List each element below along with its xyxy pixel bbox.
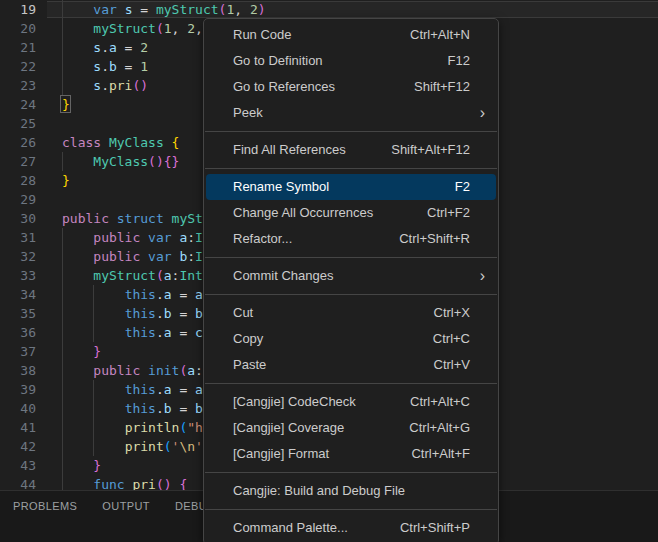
- menu-separator: [205, 383, 497, 384]
- line-number: 19: [0, 0, 36, 19]
- code-token: s: [93, 59, 101, 74]
- code-token: (: [164, 439, 172, 454]
- menu-separator: [205, 294, 497, 295]
- line-number: 35: [0, 304, 36, 323]
- code-text[interactable]: this.b = b: [62, 399, 203, 418]
- menu-item-label: Cangjie: Build and Debug File: [233, 478, 405, 504]
- line-number: 21: [0, 38, 36, 57]
- menu-item-shortcut: Ctrl+X: [434, 300, 470, 326]
- line-number: 40: [0, 399, 36, 418]
- menu-item-cut[interactable]: CutCtrl+X: [206, 300, 496, 326]
- line-number: 34: [0, 285, 36, 304]
- menu-item-shortcut: Ctrl+Alt+N: [410, 22, 470, 48]
- code-text[interactable]: }: [62, 456, 101, 475]
- line-number: 38: [0, 361, 36, 380]
- code-token: myStruct: [156, 2, 219, 17]
- code-text[interactable]: }: [62, 171, 70, 190]
- code-text[interactable]: s.a = 2: [62, 38, 148, 57]
- code-token: 2: [187, 21, 195, 36]
- code-token: [62, 458, 93, 473]
- code-text[interactable]: func pri() {: [62, 475, 187, 490]
- menu-item-label: Refactor...: [233, 226, 292, 252]
- code-text[interactable]: println("h: [62, 418, 203, 437]
- code-token: [62, 268, 93, 283]
- menu-item-go-to-references[interactable]: Go to ReferencesShift+F12: [206, 74, 496, 100]
- line-number: 33: [0, 266, 36, 285]
- code-token: [140, 249, 148, 264]
- menu-item-cangjie-format[interactable]: [Cangjie] FormatCtrl+Alt+F: [206, 441, 496, 467]
- line-number: 24: [0, 95, 36, 114]
- menu-item-cangjie-coverage[interactable]: [Cangjie] CoverageCtrl+Alt+G: [206, 415, 496, 441]
- menu-item-commit-changes[interactable]: Commit Changes›: [206, 263, 496, 289]
- code-token: .: [101, 59, 109, 74]
- code-token: pri: [132, 477, 155, 490]
- code-token: println: [125, 420, 180, 435]
- code-token: [62, 382, 125, 397]
- code-token: [101, 135, 109, 150]
- code-token: [62, 287, 125, 302]
- code-token: [62, 363, 93, 378]
- code-text[interactable]: s.pri(): [62, 76, 148, 95]
- code-token: ): [156, 154, 164, 169]
- menu-item-run-code[interactable]: Run CodeCtrl+Alt+N: [206, 22, 496, 48]
- menu-item-label: Go to References: [233, 74, 335, 100]
- code-text[interactable]: print('\n': [62, 437, 203, 456]
- code-token: 2: [250, 2, 258, 17]
- menu-separator: [205, 168, 497, 169]
- menu-item-find-all-references[interactable]: Find All ReferencesShift+Alt+F12: [206, 137, 496, 163]
- code-token: [62, 2, 93, 17]
- menu-item-shortcut: Shift+F12: [414, 74, 470, 100]
- code-token: b: [164, 401, 172, 416]
- code-token: .: [156, 287, 164, 302]
- code-token: this: [125, 401, 156, 416]
- code-token: =: [132, 2, 155, 17]
- menu-item-cangjie-build-and-debug-file[interactable]: Cangjie: Build and Debug File: [206, 478, 496, 504]
- code-token: [62, 477, 93, 490]
- menu-item-go-to-definition[interactable]: Go to DefinitionF12: [206, 48, 496, 74]
- line-number: 29: [0, 190, 36, 209]
- code-token: [140, 363, 148, 378]
- code-text[interactable]: this.a = a: [62, 285, 203, 304]
- code-token: [62, 78, 93, 93]
- code-text[interactable]: myStruct(a:Int64: [62, 266, 219, 285]
- line-number: 28: [0, 171, 36, 190]
- code-text[interactable]: }: [62, 342, 101, 361]
- code-token: b: [164, 306, 172, 321]
- code-token: var: [148, 230, 171, 245]
- code-token: c: [195, 325, 203, 340]
- code-token: =: [117, 40, 140, 55]
- menu-item-cangjie-codecheck[interactable]: [Cangjie] CodeCheckCtrl+Alt+C: [206, 389, 496, 415]
- menu-item-label: Find All References: [233, 137, 346, 163]
- menu-item-label: [Cangjie] Coverage: [233, 415, 344, 441]
- code-token: [62, 21, 93, 36]
- panel-tab-problems[interactable]: PROBLEMS: [13, 500, 77, 512]
- menu-item-copy[interactable]: CopyCtrl+C: [206, 326, 496, 352]
- code-token: 2: [140, 40, 148, 55]
- code-text[interactable]: s.b = 1: [62, 57, 148, 76]
- code-line[interactable]: 19 var s = myStruct(1, 2): [0, 0, 658, 19]
- code-text[interactable]: this.a = a: [62, 380, 203, 399]
- menu-item-command-palette[interactable]: Command Palette...Ctrl+Shift+P: [206, 515, 496, 541]
- code-text[interactable]: this.b = b: [62, 304, 203, 323]
- menu-item-paste[interactable]: PasteCtrl+V: [206, 352, 496, 378]
- code-text[interactable]: class MyClass {: [62, 133, 179, 152]
- panel-tab-output[interactable]: OUTPUT: [102, 500, 150, 512]
- code-text[interactable]: myStruct(1, 2,: [62, 19, 211, 38]
- menu-item-shortcut: Ctrl+V: [434, 352, 470, 378]
- code-token: a: [164, 287, 172, 302]
- code-token: this: [125, 325, 156, 340]
- menu-item-label: Run Code: [233, 22, 292, 48]
- code-token: }: [172, 154, 180, 169]
- menu-item-change-all-occurrences[interactable]: Change All OccurrencesCtrl+F2: [206, 200, 496, 226]
- code-text[interactable]: MyClass(){}: [62, 152, 179, 171]
- menu-item-refactor[interactable]: Refactor...Ctrl+Shift+R: [206, 226, 496, 252]
- code-token: var: [148, 249, 171, 264]
- code-text[interactable]: var s = myStruct(1, 2): [62, 0, 266, 19]
- menu-item-label: Paste: [233, 352, 266, 378]
- code-token: ': [195, 439, 203, 454]
- code-token: a: [195, 382, 203, 397]
- menu-item-label: Rename Symbol: [233, 174, 329, 200]
- menu-item-peek[interactable]: Peek›: [206, 100, 496, 126]
- menu-item-rename-symbol[interactable]: Rename SymbolF2: [206, 174, 496, 200]
- code-text[interactable]: this.a = c: [62, 323, 203, 342]
